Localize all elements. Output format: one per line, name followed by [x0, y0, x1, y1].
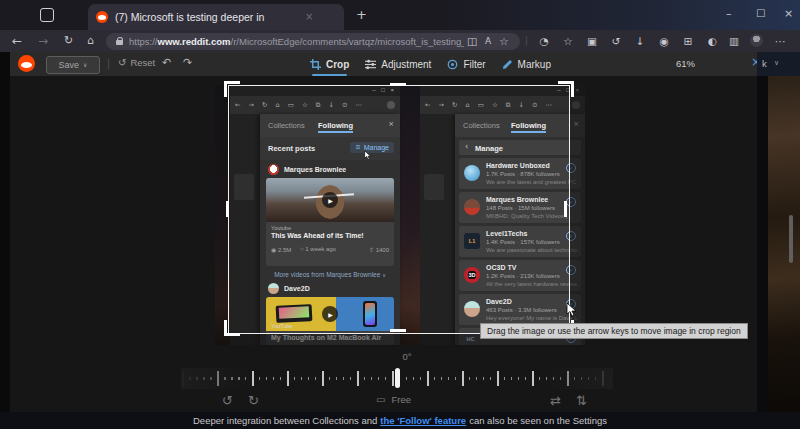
crop-icon [310, 59, 321, 70]
sliders-icon [365, 59, 376, 70]
profile-avatar[interactable] [750, 34, 763, 47]
forward-icon[interactable]: → [38, 35, 48, 47]
redo-icon[interactable]: ↷ [183, 57, 192, 68]
tab-adjustment[interactable]: Adjustment [365, 52, 431, 76]
tab-actions-icon[interactable] [40, 8, 54, 22]
crop-rectangle[interactable] [228, 85, 570, 334]
crop-handle-bottom-left[interactable] [224, 320, 240, 336]
reddit-favicon-icon [96, 11, 108, 23]
favorite-star-icon[interactable]: ☆ [496, 36, 512, 47]
tab-crop[interactable]: Crop [310, 52, 349, 76]
crop-handle-top-right[interactable] [558, 81, 574, 97]
divider: | [525, 34, 528, 46]
flyout-close-icon: × [573, 121, 579, 128]
zoom-level: 61% [676, 58, 695, 69]
new-tab-icon[interactable]: + [356, 8, 367, 21]
filter-icon [447, 59, 458, 70]
window-close-icon[interactable]: × [784, 8, 793, 19]
tab-close-icon[interactable]: × [305, 12, 313, 22]
page-scrollbar-thumb[interactable] [789, 215, 793, 263]
caption-text: can also be seen on the Settings [469, 415, 607, 426]
aspect-ratio-button[interactable]: ▭ Free [376, 394, 411, 405]
aspect-ratio-icon: ▭ [376, 395, 385, 405]
flip-vertical-icon[interactable]: ⇅ [576, 394, 587, 407]
refresh-icon[interactable]: ↻ [64, 35, 73, 46]
lock-icon [116, 40, 123, 45]
window-minimize-icon[interactable]: – [726, 8, 732, 19]
screen: (7) Microsoft is testing deeper in × + –… [0, 0, 800, 429]
follow-feature-link[interactable]: the 'Follow' feature [380, 415, 466, 426]
performance-icon[interactable]: ◔ [536, 36, 552, 47]
rotate-right-icon[interactable]: ↻ [248, 394, 259, 407]
crop-tooltip: Drag the image or use the arrow keys to … [480, 323, 748, 339]
page-peek-button[interactable]: k ∨ [757, 52, 800, 76]
page-background-image [768, 76, 800, 412]
divider: | [107, 57, 110, 69]
address-bar: ← → ↻ ⌂ https://www.reddit.com/r/Microso… [0, 30, 800, 52]
mini-avatar [572, 101, 580, 109]
favorites-icon[interactable]: ☆ [560, 36, 576, 47]
url-text: https://www.reddit.com/r/MicrosoftEdge/c… [129, 36, 464, 47]
page-caption: Deeper integration between Collections a… [0, 412, 800, 429]
collections-icon[interactable]: ▣ [584, 36, 600, 47]
tab-title: (7) Microsoft is testing deeper in [115, 11, 305, 23]
home-icon[interactable]: ⌂ [87, 35, 94, 46]
rotation-dial[interactable] [182, 369, 612, 388]
page-left-sliver [0, 52, 10, 412]
read-aloud-icon[interactable]: A [480, 37, 496, 46]
reset-button[interactable]: ↺ Reset [118, 57, 155, 68]
essentials-icon[interactable]: ◐ [704, 36, 720, 47]
save-button[interactable]: Save ∨ [46, 56, 100, 74]
crop-handle-top-left[interactable] [224, 81, 240, 97]
rotation-value: 0° [387, 351, 427, 362]
image-editor-toolbar: Save ∨ | ↺ Reset ↶ ↷ Crop Adjustment Fil… [10, 52, 757, 77]
downloads-icon[interactable]: ↓ [632, 36, 648, 47]
reset-icon: ↺ [118, 58, 126, 68]
undo-icon[interactable]: ↶ [162, 57, 171, 68]
mouse-cursor-icon [566, 302, 578, 318]
tab-markup[interactable]: Markup [502, 52, 551, 76]
browser-titlebar: (7) Microsoft is testing deeper in × + –… [0, 0, 800, 30]
crop-handle-bottom[interactable] [390, 329, 406, 332]
flip-horizontal-icon[interactable]: ⇄ [550, 394, 561, 407]
url-field[interactable]: https://www.reddit.com/r/MicrosoftEdge/c… [106, 33, 520, 50]
rotation-handle[interactable] [395, 368, 400, 388]
editor-canvas: – □ × ← → ↻ ⌂ ▭ ☆ ⧉ ↓ ⊙ ⋯ Collections Fo… [10, 76, 757, 412]
crop-handle-right[interactable] [564, 201, 567, 217]
reddit-logo-icon [18, 55, 35, 72]
browser-tab[interactable]: (7) Microsoft is testing deeper in × [88, 4, 344, 30]
chevron-down-icon: ∨ [774, 60, 779, 67]
video-title: My Thoughts on M2 MacBook Air [271, 334, 381, 341]
rotate-left-icon[interactable]: ↺ [222, 394, 233, 407]
history-icon[interactable]: ↺ [608, 36, 624, 47]
caption-text: Deeper integration between Collections a… [193, 415, 377, 426]
tab-filter[interactable]: Filter [447, 52, 485, 76]
pen-icon [502, 59, 513, 70]
settings-menu-icon[interactable]: ⋯ [772, 36, 788, 47]
window-maximize-icon[interactable]: □ [756, 8, 765, 18]
crop-handle-top[interactable] [390, 83, 406, 86]
chevron-down-icon: ∨ [83, 62, 87, 68]
sidebar-icon[interactable]: ▥ [726, 36, 742, 47]
crop-handle-left[interactable] [226, 201, 229, 217]
editor-tabs: Crop Adjustment Filter Markup [310, 52, 551, 76]
apps-icon[interactable]: ⊞ [680, 36, 696, 47]
back-icon[interactable]: ← [12, 35, 22, 47]
split-screen-icon[interactable]: ◫ [464, 36, 480, 47]
defender-icon[interactable]: ◉ [656, 36, 672, 47]
